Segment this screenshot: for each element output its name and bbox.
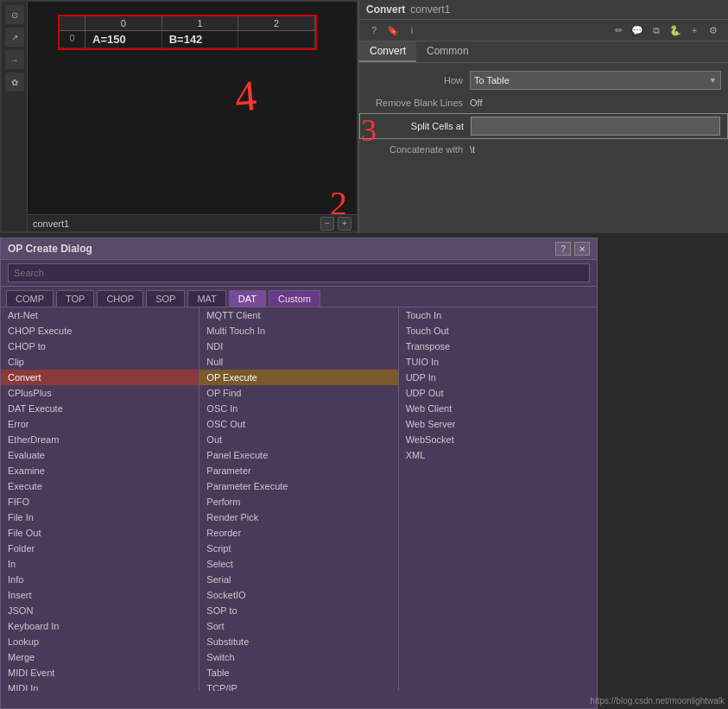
split-cells-value[interactable] bbox=[471, 117, 720, 136]
list-item[interactable]: Table bbox=[199, 665, 397, 681]
list-item[interactable]: Sort bbox=[199, 618, 397, 634]
list-item[interactable]: Null bbox=[199, 354, 397, 370]
help-icon[interactable]: ? bbox=[366, 22, 382, 38]
split-cells-input[interactable] bbox=[471, 117, 720, 136]
list-item[interactable]: SocketIO bbox=[199, 587, 397, 603]
edit-icon[interactable]: ✏ bbox=[611, 22, 626, 38]
list-item[interactable]: XML bbox=[399, 447, 597, 463]
toolbar-icon-4[interactable]: ✿ bbox=[5, 73, 24, 92]
toolbar-icon-1[interactable]: ⊙ bbox=[5, 5, 24, 24]
list-item[interactable]: Out bbox=[199, 432, 397, 447]
list-item[interactable]: OSC In bbox=[199, 401, 397, 416]
tab-convert[interactable]: Convert bbox=[359, 41, 416, 62]
list-item[interactable]: File In bbox=[1, 510, 199, 525]
tab-dat[interactable]: DAT bbox=[229, 290, 266, 307]
list-item[interactable]: MQTT Client bbox=[199, 307, 397, 323]
toolbar-icon-3[interactable]: → bbox=[5, 50, 24, 69]
list-item[interactable]: Reorder bbox=[199, 525, 397, 541]
tab-chop[interactable]: CHOP bbox=[97, 290, 143, 307]
list-item[interactable]: MIDI Event bbox=[1, 665, 199, 681]
list-item[interactable]: UDP Out bbox=[399, 385, 597, 401]
list-item[interactable]: MIDI In bbox=[1, 681, 199, 691]
list-item[interactable]: Serial bbox=[199, 572, 397, 587]
list-item[interactable]: Substitute bbox=[199, 634, 397, 649]
list-item[interactable]: Web Server bbox=[399, 416, 597, 432]
list-item[interactable]: CPlusPlus bbox=[1, 385, 199, 401]
tab-top[interactable]: TOP bbox=[56, 290, 94, 307]
comment-icon[interactable]: 💬 bbox=[630, 22, 645, 38]
list-item[interactable]: OP Find bbox=[199, 385, 397, 401]
bookmark-icon[interactable]: 🔖 bbox=[385, 22, 401, 38]
convert-node[interactable]: 0 1 2 0 A=150 B=142 bbox=[58, 15, 317, 50]
list-item[interactable]: Clip bbox=[1, 354, 199, 370]
list-item[interactable]: UDP In bbox=[399, 370, 597, 385]
list-item[interactable]: Merge bbox=[1, 649, 199, 665]
list-item[interactable]: SOP to bbox=[199, 603, 397, 618]
python-icon[interactable]: 🐍 bbox=[668, 22, 683, 38]
tab-common[interactable]: Common bbox=[416, 41, 479, 62]
op-dialog-help-btn[interactable]: ? bbox=[555, 242, 571, 256]
list-item[interactable]: Parameter bbox=[199, 463, 397, 478]
list-item[interactable]: Render Pick bbox=[199, 510, 397, 525]
split-cells-label: Split Cells at bbox=[367, 121, 471, 131]
footer-btn-minus[interactable]: − bbox=[320, 217, 334, 231]
list-item[interactable]: NDI bbox=[199, 339, 397, 354]
list-item[interactable]: Perform bbox=[199, 494, 397, 510]
props-title-bar: Convert convert1 bbox=[359, 0, 728, 20]
how-dropdown-arrow: ▼ bbox=[709, 76, 717, 85]
list-item[interactable]: WebSocket bbox=[399, 432, 597, 447]
list-item[interactable]: Switch bbox=[199, 649, 397, 665]
list-item[interactable]: Touch In bbox=[399, 307, 597, 323]
list-item[interactable]: Examine bbox=[1, 463, 199, 478]
list-item[interactable]: OP Execute bbox=[199, 370, 397, 385]
list-item[interactable]: Parameter Execute bbox=[199, 478, 397, 494]
remove-blank-label: Remove Blank Lines bbox=[366, 98, 470, 108]
list-item[interactable]: FIFO bbox=[1, 494, 199, 510]
list-item[interactable]: In bbox=[1, 556, 199, 572]
list-item[interactable]: Insert bbox=[1, 587, 199, 603]
list-item[interactable]: EtherDream bbox=[1, 432, 199, 447]
list-item[interactable]: Error bbox=[1, 416, 199, 432]
tab-custom[interactable]: Custom bbox=[269, 290, 320, 307]
toolbar-icon-2[interactable]: ↗ bbox=[5, 28, 24, 47]
op-dialog-search-area bbox=[1, 260, 597, 287]
plus-icon[interactable]: + bbox=[687, 22, 702, 38]
tab-comp[interactable]: COMP bbox=[6, 290, 54, 307]
list-item[interactable]: DAT Execute bbox=[1, 401, 199, 416]
list-item[interactable]: Evaluate bbox=[1, 447, 199, 463]
op-dialog-close-btn[interactable]: ✕ bbox=[574, 242, 590, 256]
list-item[interactable]: Script bbox=[199, 541, 397, 556]
copy-icon[interactable]: ⧉ bbox=[649, 22, 664, 38]
how-dropdown[interactable]: To Table ▼ bbox=[470, 71, 721, 90]
list-item[interactable]: Touch Out bbox=[399, 323, 597, 339]
footer-btn-plus[interactable]: + bbox=[338, 217, 351, 231]
node-editor: ⊙ ↗ → ✿ 0 1 2 0 A=150 B=142 bbox=[0, 0, 358, 233]
list-item[interactable]: Art-Net bbox=[1, 307, 199, 323]
list-item[interactable]: Convert bbox=[1, 370, 199, 385]
list-item[interactable]: Transpose bbox=[399, 339, 597, 354]
settings-icon[interactable]: ⚙ bbox=[706, 22, 721, 38]
search-input[interactable] bbox=[8, 263, 590, 282]
list-item[interactable]: TCP/IP bbox=[199, 681, 397, 691]
list-item[interactable]: Web Client bbox=[399, 401, 597, 416]
list-item[interactable]: CHOP Execute bbox=[1, 323, 199, 339]
list-item[interactable]: JSON bbox=[1, 603, 199, 618]
list-item[interactable]: Info bbox=[1, 572, 199, 587]
list-item[interactable]: Select bbox=[199, 556, 397, 572]
props-tabs: Convert Common bbox=[359, 41, 728, 63]
list-item[interactable]: Folder bbox=[1, 541, 199, 556]
props-content: How To Table ▼ Remove Blank Lines Off Sp… bbox=[359, 63, 728, 233]
op-column-1: Art-NetCHOP ExecuteCHOP toClipConvertCPl… bbox=[1, 307, 199, 691]
list-item[interactable]: Panel Execute bbox=[199, 447, 397, 463]
list-item[interactable]: Multi Touch In bbox=[199, 323, 397, 339]
list-item[interactable]: File Out bbox=[1, 525, 199, 541]
tab-sop[interactable]: SOP bbox=[146, 290, 185, 307]
list-item[interactable]: Execute bbox=[1, 478, 199, 494]
info-icon[interactable]: i bbox=[404, 22, 420, 38]
list-item[interactable]: Lookup bbox=[1, 634, 199, 649]
list-item[interactable]: TUIO In bbox=[399, 354, 597, 370]
list-item[interactable]: OSC Out bbox=[199, 416, 397, 432]
tab-mat[interactable]: MAT bbox=[187, 290, 225, 307]
list-item[interactable]: CHOP to bbox=[1, 339, 199, 354]
list-item[interactable]: Keyboard In bbox=[1, 618, 199, 634]
